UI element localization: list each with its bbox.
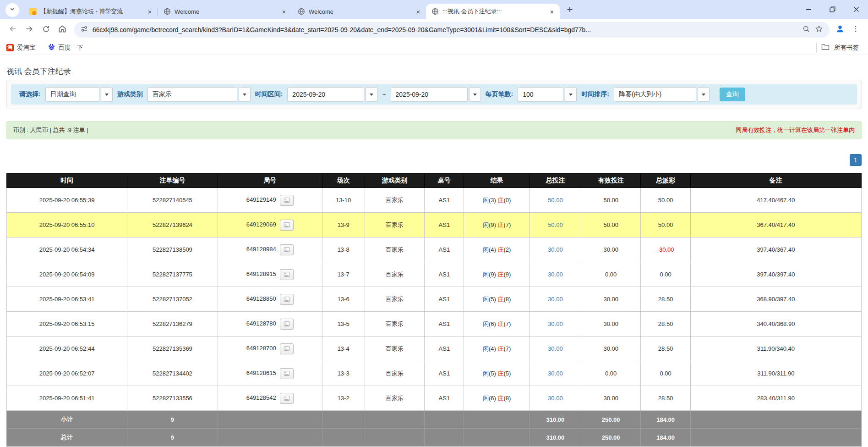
chevron-down-icon[interactable]: [239, 87, 251, 102]
game-kind-value[interactable]: 百家乐: [147, 87, 237, 102]
all-bookmarks[interactable]: 所有书签: [816, 40, 859, 55]
total-bet-link[interactable]: 30.00: [548, 271, 563, 278]
search-button[interactable]: 查询: [720, 88, 745, 101]
tab-title: Welcome: [175, 8, 276, 15]
table-header-row: 时间注单编号局号场次游戏类别桌号结果总投注有效投注总派彩备注: [7, 174, 862, 188]
cell-result: 闲(9) 庄(7): [464, 213, 530, 237]
round-image-button[interactable]: [280, 319, 294, 330]
address-bar[interactable]: 66cxkj98.com/game/betrecord_search/kind3…: [74, 22, 830, 38]
reload-button[interactable]: [38, 22, 54, 38]
query-type-value[interactable]: 日期查询: [45, 87, 99, 102]
summary-cell: [365, 429, 425, 447]
forward-button[interactable]: [21, 22, 38, 38]
round-image-button[interactable]: [280, 294, 294, 305]
date-start-dropdown[interactable]: 2025-09-20: [287, 87, 377, 102]
per-page-value[interactable]: 100: [518, 87, 563, 102]
round-number: 649129069: [246, 221, 276, 228]
total-bet-link[interactable]: 50.00: [548, 221, 563, 228]
result-player: 闲: [483, 271, 489, 278]
round-image-button[interactable]: [280, 220, 294, 231]
divider: [816, 43, 817, 52]
total-bet-link[interactable]: 30.00: [548, 370, 563, 377]
total-bet-link[interactable]: 30.00: [548, 246, 563, 253]
column-header: 注单编号: [127, 174, 218, 188]
close-icon[interactable]: ×: [414, 7, 422, 16]
round-number: 649128615: [246, 370, 276, 376]
url-text[interactable]: 66cxkj98.com/game/betrecord_search/kind3…: [93, 26, 798, 33]
result-player: 闲: [483, 197, 489, 204]
pagination: 1: [6, 154, 862, 166]
cell-session: 13-2: [322, 386, 365, 411]
per-page-dropdown[interactable]: 100: [518, 87, 577, 102]
tab-welcome-2[interactable]: Welcome ×: [292, 4, 426, 19]
cell-total-bet: 50.00: [530, 188, 581, 213]
round-image-button[interactable]: [280, 368, 294, 379]
close-window-button[interactable]: [844, 0, 868, 18]
summary-cell: 9: [127, 429, 218, 447]
sort-dropdown[interactable]: 降幂(由大到小): [614, 87, 710, 102]
close-icon[interactable]: ×: [146, 7, 154, 16]
summary-cell: 310.00: [530, 429, 581, 447]
tab-search-button[interactable]: [5, 3, 19, 17]
cell-time: 2025-09-20 06:52:44: [7, 337, 127, 361]
summary-cell: [464, 429, 530, 447]
close-icon[interactable]: ×: [548, 7, 556, 16]
kebab-menu-icon[interactable]: [852, 25, 860, 35]
total-bet-link[interactable]: 30.00: [548, 320, 563, 327]
cell-bet-id: 522827138509: [127, 237, 218, 262]
tune-icon[interactable]: [81, 25, 88, 34]
result-banker: 庄: [497, 246, 503, 253]
chevron-down-icon[interactable]: [101, 87, 113, 102]
profile-icon[interactable]: [835, 24, 845, 36]
chevron-down-icon[interactable]: [565, 87, 577, 102]
restore-button[interactable]: [820, 0, 844, 18]
total-bet-link[interactable]: 30.00: [548, 296, 563, 303]
date-end-value[interactable]: 2025-09-20: [391, 87, 468, 102]
cell-total-bet: 50.00: [530, 213, 581, 237]
bookmark-label: 爱淘宝: [17, 44, 36, 52]
tab-forum[interactable]: 【新提醒】海燕论坛 - 博学交流 ×: [24, 4, 158, 19]
round-image-button[interactable]: [280, 244, 294, 255]
total-bet-link[interactable]: 30.00: [548, 345, 563, 352]
result-banker-points: (8): [503, 395, 511, 402]
cell-total-bet: 30.00: [530, 287, 581, 312]
result-banker-points: (9): [503, 271, 511, 278]
round-image-button[interactable]: [280, 269, 294, 280]
chevron-down-icon[interactable]: [469, 87, 481, 102]
star-icon[interactable]: [815, 25, 823, 35]
close-icon[interactable]: ×: [280, 7, 288, 16]
sort-value[interactable]: 降幂(由大到小): [614, 87, 696, 102]
round-image-button[interactable]: [280, 343, 294, 354]
sort-label: 时间排序:: [581, 90, 609, 99]
round-image-button[interactable]: [280, 393, 294, 404]
total-bet-link[interactable]: 30.00: [548, 395, 563, 402]
tab-welcome-1[interactable]: Welcome ×: [158, 4, 292, 19]
game-kind-dropdown[interactable]: 百家乐: [147, 87, 251, 102]
cell-payout: 28.50: [641, 337, 690, 361]
minimize-button[interactable]: [797, 0, 820, 18]
new-tab-button[interactable]: +: [563, 3, 576, 16]
result-banker-points: (8): [503, 296, 511, 303]
cell-payout: -30.00: [641, 237, 690, 262]
round-image-button[interactable]: [280, 195, 294, 206]
bookmark-baidu[interactable]: du 百度一下: [48, 43, 83, 52]
summary-cell: [322, 429, 365, 447]
date-end-dropdown[interactable]: 2025-09-20: [391, 87, 481, 102]
bookmark-taobao[interactable]: 淘 爱淘宝: [6, 44, 36, 52]
page-button-1[interactable]: 1: [850, 154, 862, 166]
tab-bet-record-active[interactable]: :::视讯 会员下注纪录::: ×: [426, 4, 560, 19]
back-button[interactable]: [5, 22, 21, 38]
result-banker: 庄: [497, 345, 503, 352]
home-button[interactable]: [54, 22, 71, 38]
date-start-value[interactable]: 2025-09-20: [287, 87, 364, 102]
result-player: 闲: [483, 246, 489, 253]
chevron-down-icon[interactable]: [366, 87, 377, 102]
summary-cell: 250.00: [581, 411, 641, 429]
total-bet-link[interactable]: 50.00: [548, 197, 563, 204]
result-banker-points: (7): [503, 221, 511, 228]
round-number: 649128915: [246, 270, 276, 277]
query-type-dropdown[interactable]: 日期查询: [45, 87, 113, 102]
chevron-down-icon[interactable]: [698, 87, 710, 102]
zoom-magnifier-icon[interactable]: [802, 25, 810, 35]
cell-game: 百家乐: [365, 262, 425, 287]
